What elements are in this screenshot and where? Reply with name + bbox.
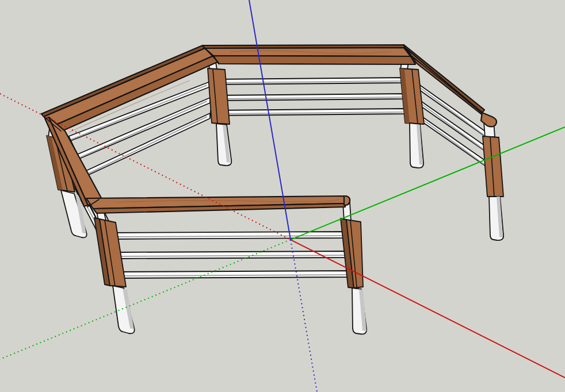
modeling-canvas[interactable] [0,0,565,392]
handrail-cap-front-face[interactable] [213,56,415,64]
handrail-back [203,45,415,64]
viewport-3d[interactable] [0,0,565,392]
handrail-end-cap[interactable] [344,196,350,205]
rail-section-back [211,78,406,116]
